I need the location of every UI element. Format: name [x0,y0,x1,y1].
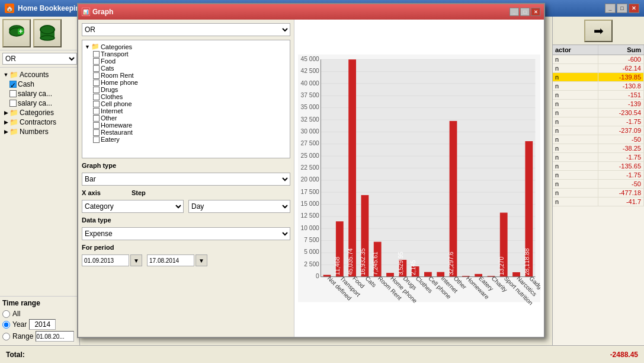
accounts-folder-icon: 📁 [9,71,18,79]
step-select[interactable]: Day [188,200,290,213]
category-tree-item[interactable]: Cell phone [85,100,287,107]
range-date-input[interactable] [36,331,74,342]
category-tree-item[interactable]: Transport [85,50,287,58]
category-tree-item[interactable]: Food [85,58,287,65]
date-to-input[interactable] [147,254,194,266]
right-panel-row[interactable]: n-237.09 [553,126,644,135]
salary2-checkbox[interactable] [9,100,17,107]
all-radio[interactable] [2,310,10,318]
category-tree-item[interactable]: Room Rent [85,72,287,79]
category-checkbox[interactable] [93,72,100,79]
right-panel-row[interactable]: n-600 [553,55,644,64]
category-checkbox[interactable] [93,115,100,122]
category-checkbox[interactable] [93,87,100,93]
chart-bar[interactable] [348,59,356,276]
right-panel-row[interactable]: n-38.25 [553,144,644,153]
xaxis-select[interactable]: Category [82,200,184,213]
data-type-label: Data type [82,216,117,224]
salary1-checkbox[interactable] [9,90,17,97]
graph-maximize-button[interactable]: □ [520,8,530,16]
category-tree-item[interactable]: Other [85,114,287,122]
right-panel-row[interactable]: n-1.75 [553,117,644,126]
svg-text:11,468: 11,468 [334,257,341,276]
right-panel-row[interactable]: n-230.54 [553,109,644,117]
sidebar-item-salary1[interactable]: salary ca... [9,89,77,98]
right-panel-row[interactable]: n-151 [553,91,644,100]
export-button[interactable]: ➡ [584,20,613,42]
category-tree-root[interactable]: ▼📁Categories [85,43,287,50]
category-checkbox[interactable] [93,101,100,107]
category-checkbox[interactable] [93,51,100,58]
app-maximize-button[interactable]: □ [617,4,627,13]
date-from-calendar-button[interactable]: ▼ [130,254,142,266]
accounts-expander[interactable]: ▼ [2,71,9,78]
category-tree-item[interactable]: Eatery [85,136,287,143]
year-radio[interactable] [2,321,10,329]
category-checkbox[interactable] [93,122,100,129]
app-close-button[interactable]: ✕ [629,4,639,13]
range-radio[interactable] [2,333,10,340]
date-from-input[interactable] [82,254,129,266]
right-panel-row[interactable]: n-135.65 [553,162,644,171]
right-panel-row[interactable]: n-1.75 [553,171,644,180]
right-panel-row[interactable]: n-50 [553,135,644,144]
sidebar-item-contractors[interactable]: ▶ 📁 Contractors [2,117,77,127]
svg-text:7,245.61: 7,245.61 [372,251,379,275]
right-panel-row[interactable]: n-1.75 [553,153,644,162]
category-tree-item[interactable]: Drugs [85,86,287,93]
right-panel-row[interactable]: n-477.18 [553,189,644,198]
svg-text:12 500: 12 500 [301,212,320,219]
add-record-button[interactable]: + [2,19,31,47]
right-panel-row[interactable]: n-62.14 [553,64,644,73]
svg-text:7 500: 7 500 [304,237,319,243]
graph-type-select[interactable]: Bar [82,173,290,186]
graph-win-controls: _ □ ✕ [510,8,540,16]
filter-select[interactable]: OR [2,53,77,65]
sidebar-filter[interactable]: OR [0,50,79,68]
svg-text:45 000: 45 000 [301,56,320,62]
graph-close-button[interactable]: ✕ [531,8,540,16]
sidebar-item-categories[interactable]: ▶ 📁 Categories [2,108,77,117]
category-checkbox[interactable] [93,129,100,136]
graph-minimize-button[interactable]: _ [510,8,519,16]
category-checkbox[interactable] [93,94,100,100]
sidebar-item-salary2[interactable]: salary ca... [9,98,77,108]
category-tree-item[interactable]: Home phone [85,79,287,86]
sidebar-toolbar: + [0,17,79,50]
right-panel-row[interactable]: n-139.85 [553,73,644,82]
category-checkbox[interactable] [93,136,100,143]
data-type-select[interactable]: Expense [82,227,290,240]
category-checkbox[interactable] [93,79,100,86]
year-input[interactable] [29,319,56,330]
app-win-controls: _ □ ✕ [605,4,639,13]
date-from-field: ▼ [82,254,142,266]
date-to-calendar-button[interactable]: ▼ [196,254,207,266]
category-tree-item[interactable]: Internet [85,107,287,114]
category-tree-item[interactable]: Clothes [85,93,287,100]
category-tree-item[interactable]: Cats [85,65,287,72]
categories-expander[interactable]: ▶ [2,109,9,116]
svg-text:42 500: 42 500 [301,68,320,74]
cash-checkbox[interactable]: ✓ [9,81,17,88]
category-checkbox[interactable] [93,65,100,72]
right-panel-row[interactable]: n-50 [553,180,644,189]
actor-cell: n [553,55,598,63]
category-tree-item[interactable]: Homeware [85,122,287,129]
category-checkbox[interactable] [93,58,100,65]
numbers-expander[interactable]: ▶ [2,128,9,135]
right-panel-row[interactable]: n-139 [553,100,644,109]
sum-cell: -477.18 [598,189,644,197]
sidebar-item-numbers[interactable]: ▶ 📁 Numbers [2,127,77,136]
category-tree-item[interactable]: Restaurant [85,129,287,136]
category-checkbox[interactable] [93,108,100,114]
sum-cell: -62.14 [598,64,644,72]
db-icon-button[interactable] [33,19,62,47]
app-minimize-button[interactable]: _ [605,4,616,13]
graph-filter-select[interactable]: OR [82,23,290,36]
sidebar-item-accounts[interactable]: ▼ 📁 Accounts [2,70,77,79]
data-type-select-row: Expense [82,227,290,240]
right-panel-row[interactable]: n-41.7 [553,198,644,206]
contractors-expander[interactable]: ▶ [2,119,9,126]
sidebar-item-cash[interactable]: ✓ Cash [9,79,77,89]
right-panel-row[interactable]: n-130.8 [553,82,644,91]
